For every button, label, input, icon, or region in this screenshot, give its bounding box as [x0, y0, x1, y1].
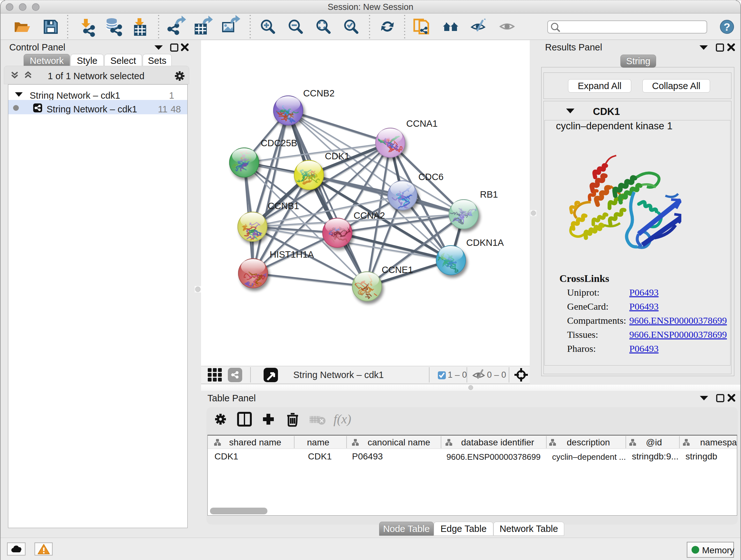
svg-text:RB1: RB1 — [480, 189, 498, 199]
svg-text:String Network – cdk1: String Network – cdk1 — [293, 370, 384, 380]
svg-text:name: name — [307, 437, 329, 447]
svg-text:?: ? — [724, 21, 731, 33]
svg-text:@id: @id — [646, 437, 662, 447]
svg-text:CDKN1A: CDKN1A — [466, 238, 504, 248]
svg-text:database identifier: database identifier — [461, 437, 534, 447]
svg-text:CDK1: CDK1 — [325, 151, 349, 161]
svg-text:namespac: namespac — [700, 437, 737, 447]
svg-text:description: description — [567, 437, 610, 447]
svg-text:0 – 0: 0 – 0 — [487, 370, 506, 380]
svg-text:CCNB1: CCNB1 — [268, 201, 299, 211]
svg-text:HIST1H1A: HIST1H1A — [270, 249, 314, 260]
svg-text:f(x): f(x) — [333, 412, 351, 426]
svg-text:shared name: shared name — [229, 437, 281, 447]
svg-text:CDC25B: CDC25B — [261, 138, 297, 148]
svg-text:CCNA2: CCNA2 — [354, 210, 385, 221]
svg-text:CCNB2: CCNB2 — [303, 88, 334, 98]
svg-text:CDC6: CDC6 — [418, 172, 444, 182]
svg-text:canonical name: canonical name — [367, 437, 430, 447]
svg-text:1 – 0: 1 – 0 — [448, 370, 467, 380]
svg-text:CCNE1: CCNE1 — [382, 265, 413, 275]
svg-text:CCNA1: CCNA1 — [406, 118, 437, 129]
